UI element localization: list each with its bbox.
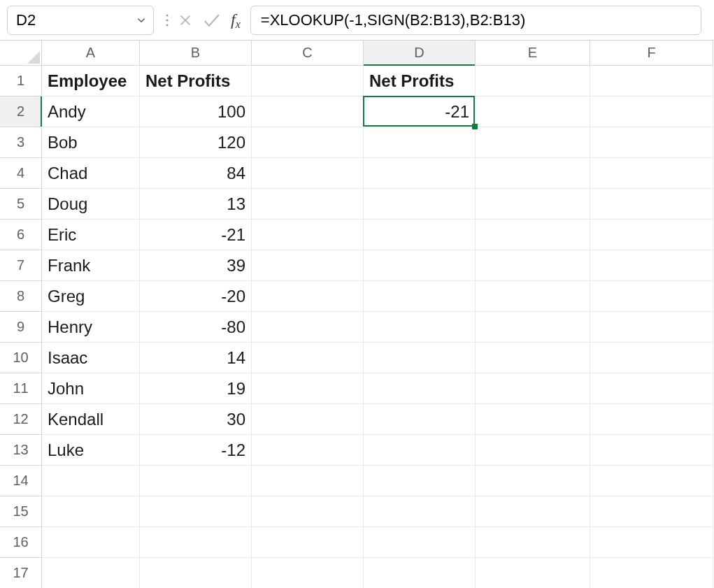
cell-B1[interactable]: Net Profits bbox=[140, 66, 252, 96]
cell-A14[interactable] bbox=[42, 466, 140, 496]
cell-E13[interactable] bbox=[476, 435, 590, 466]
cell-E10[interactable] bbox=[476, 343, 590, 373]
cell-F12[interactable] bbox=[590, 404, 713, 435]
cell-A11[interactable]: John bbox=[42, 373, 140, 404]
cell-A3[interactable]: Bob bbox=[42, 127, 140, 158]
cell-F11[interactable] bbox=[590, 373, 713, 404]
cell-F1[interactable] bbox=[590, 66, 713, 96]
cell-B6[interactable]: -21 bbox=[140, 220, 252, 250]
col-header-D[interactable]: D bbox=[364, 41, 476, 66]
cell-F14[interactable] bbox=[590, 466, 713, 496]
cell-F6[interactable] bbox=[590, 220, 713, 250]
cell-E6[interactable] bbox=[476, 220, 590, 250]
cell-E3[interactable] bbox=[476, 127, 590, 158]
cell-A13[interactable]: Luke bbox=[42, 435, 140, 466]
cell-C16[interactable] bbox=[252, 527, 364, 558]
cell-E5[interactable] bbox=[476, 189, 590, 220]
select-all-corner[interactable] bbox=[0, 41, 42, 66]
formula-input[interactable]: =XLOOKUP(-1,SIGN(B2:B13),B2:B13) bbox=[250, 6, 701, 35]
cell-E9[interactable] bbox=[476, 312, 590, 343]
cell-D6[interactable] bbox=[364, 220, 476, 250]
cell-E8[interactable] bbox=[476, 281, 590, 312]
cell-B12[interactable]: 30 bbox=[140, 404, 252, 435]
cell-D11[interactable] bbox=[364, 373, 476, 404]
cell-E1[interactable] bbox=[476, 66, 590, 96]
chevron-down-icon[interactable] bbox=[135, 14, 148, 27]
cell-D7[interactable] bbox=[364, 250, 476, 281]
col-header-F[interactable]: F bbox=[590, 41, 713, 66]
cell-F5[interactable] bbox=[590, 189, 713, 220]
col-header-C[interactable]: C bbox=[252, 41, 364, 66]
cell-D3[interactable] bbox=[364, 127, 476, 158]
cell-E15[interactable] bbox=[476, 496, 590, 527]
cell-B11[interactable]: 19 bbox=[140, 373, 252, 404]
cell-F16[interactable] bbox=[590, 527, 713, 558]
cell-F3[interactable] bbox=[590, 127, 713, 158]
cell-B7[interactable]: 39 bbox=[140, 250, 252, 281]
cell-D10[interactable] bbox=[364, 343, 476, 373]
row-header-17[interactable]: 17 bbox=[0, 558, 42, 588]
cell-C13[interactable] bbox=[252, 435, 364, 466]
cell-D15[interactable] bbox=[364, 496, 476, 527]
cell-A12[interactable]: Kendall bbox=[42, 404, 140, 435]
cell-B9[interactable]: -80 bbox=[140, 312, 252, 343]
cell-D16[interactable] bbox=[364, 527, 476, 558]
cell-C10[interactable] bbox=[252, 343, 364, 373]
row-header-9[interactable]: 9 bbox=[0, 312, 42, 343]
cell-A8[interactable]: Greg bbox=[42, 281, 140, 312]
cell-D5[interactable] bbox=[364, 189, 476, 220]
cell-F17[interactable] bbox=[590, 558, 713, 588]
cell-A15[interactable] bbox=[42, 496, 140, 527]
cell-A1[interactable]: Employee bbox=[42, 66, 140, 96]
cell-D17[interactable] bbox=[364, 558, 476, 588]
cell-D13[interactable] bbox=[364, 435, 476, 466]
cell-C3[interactable] bbox=[252, 127, 364, 158]
row-header-7[interactable]: 7 bbox=[0, 250, 42, 281]
cell-B8[interactable]: -20 bbox=[140, 281, 252, 312]
cell-B14[interactable] bbox=[140, 466, 252, 496]
cell-D9[interactable] bbox=[364, 312, 476, 343]
cell-E12[interactable] bbox=[476, 404, 590, 435]
cell-F4[interactable] bbox=[590, 158, 713, 189]
row-header-16[interactable]: 16 bbox=[0, 527, 42, 558]
row-header-13[interactable]: 13 bbox=[0, 435, 42, 466]
row-header-10[interactable]: 10 bbox=[0, 343, 42, 373]
cell-F2[interactable] bbox=[590, 96, 713, 127]
cell-D4[interactable] bbox=[364, 158, 476, 189]
cell-C11[interactable] bbox=[252, 373, 364, 404]
row-header-3[interactable]: 3 bbox=[0, 127, 42, 158]
cell-C6[interactable] bbox=[252, 220, 364, 250]
row-header-8[interactable]: 8 bbox=[0, 281, 42, 312]
cell-C5[interactable] bbox=[252, 189, 364, 220]
cell-F10[interactable] bbox=[590, 343, 713, 373]
cell-E16[interactable] bbox=[476, 527, 590, 558]
cell-D2[interactable]: -21 bbox=[364, 96, 476, 127]
cell-B3[interactable]: 120 bbox=[140, 127, 252, 158]
cell-A16[interactable] bbox=[42, 527, 140, 558]
cell-A5[interactable]: Doug bbox=[42, 189, 140, 220]
row-header-1[interactable]: 1 bbox=[0, 66, 42, 96]
cell-A10[interactable]: Isaac bbox=[42, 343, 140, 373]
cell-D14[interactable] bbox=[364, 466, 476, 496]
cell-E14[interactable] bbox=[476, 466, 590, 496]
col-header-A[interactable]: A bbox=[42, 41, 140, 66]
name-box-input[interactable] bbox=[16, 11, 121, 29]
grip-icon[interactable] bbox=[164, 12, 171, 29]
cell-C8[interactable] bbox=[252, 281, 364, 312]
cell-C1[interactable] bbox=[252, 66, 364, 96]
cell-F15[interactable] bbox=[590, 496, 713, 527]
fx-icon[interactable]: fx bbox=[231, 10, 241, 29]
fill-handle[interactable] bbox=[472, 124, 478, 129]
cell-A17[interactable] bbox=[42, 558, 140, 588]
row-header-6[interactable]: 6 bbox=[0, 220, 42, 250]
name-box[interactable] bbox=[7, 6, 154, 35]
cell-D8[interactable] bbox=[364, 281, 476, 312]
cell-A6[interactable]: Eric bbox=[42, 220, 140, 250]
cell-F13[interactable] bbox=[590, 435, 713, 466]
row-header-12[interactable]: 12 bbox=[0, 404, 42, 435]
cell-F7[interactable] bbox=[590, 250, 713, 281]
cell-C4[interactable] bbox=[252, 158, 364, 189]
row-header-11[interactable]: 11 bbox=[0, 373, 42, 404]
cell-B10[interactable]: 14 bbox=[140, 343, 252, 373]
enter-icon[interactable] bbox=[203, 13, 221, 28]
